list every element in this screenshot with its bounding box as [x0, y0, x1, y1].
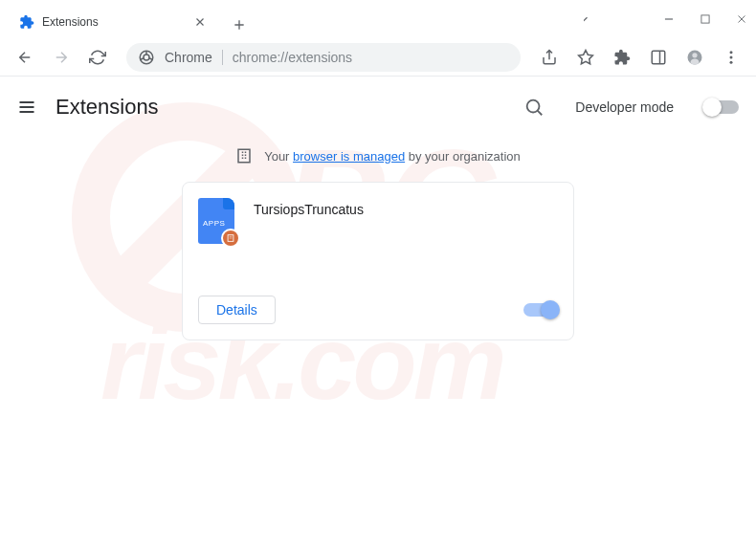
- close-icon[interactable]: [193, 15, 207, 29]
- profile-button[interactable]: [679, 42, 710, 73]
- reload-button[interactable]: [82, 42, 113, 73]
- developer-mode-label: Developer mode: [575, 99, 674, 115]
- extensions-button[interactable]: [607, 42, 637, 73]
- tab-strip: Extensions: [0, 0, 584, 38]
- svg-point-13: [527, 100, 540, 113]
- developer-mode-toggle[interactable]: [704, 100, 739, 114]
- menu-button[interactable]: [716, 42, 746, 73]
- address-bar[interactable]: Chrome chrome://extensions: [126, 43, 521, 72]
- minimize-icon[interactable]: [662, 12, 676, 26]
- address-url: chrome://extensions: [233, 50, 509, 65]
- chrome-icon: [138, 49, 155, 66]
- browser-tab[interactable]: Extensions: [8, 6, 218, 38]
- svg-point-10: [730, 51, 733, 54]
- extension-card: APPS TursiopsTruncatus Details: [182, 182, 574, 340]
- extension-name: TursiopsTruncatus: [254, 198, 364, 284]
- share-button[interactable]: [534, 42, 565, 73]
- svg-point-11: [730, 55, 733, 58]
- svg-point-12: [730, 60, 733, 63]
- managed-link[interactable]: browser is managed: [293, 149, 405, 164]
- svg-rect-7: [652, 51, 665, 64]
- svg-rect-14: [238, 149, 250, 163]
- extension-icon: [19, 14, 34, 30]
- sidepanel-button[interactable]: [643, 42, 674, 73]
- building-badge-icon: [221, 229, 240, 248]
- forward-button[interactable]: [46, 42, 77, 73]
- managed-notice: Your browser is managed by your organiza…: [235, 147, 521, 164]
- back-button[interactable]: [10, 42, 40, 73]
- page-title: Extensions: [56, 95, 504, 120]
- tab-title: Extensions: [42, 15, 186, 29]
- toolbar: Chrome chrome://extensions: [0, 38, 756, 77]
- content-area: Your browser is managed by your organiza…: [0, 128, 756, 360]
- details-button[interactable]: Details: [198, 296, 276, 324]
- address-prefix: Chrome: [165, 50, 212, 65]
- search-icon[interactable]: [523, 97, 545, 118]
- svg-rect-4: [701, 15, 709, 23]
- svg-point-9: [692, 53, 697, 57]
- organization-icon: [235, 147, 253, 164]
- bookmark-button[interactable]: [570, 42, 601, 73]
- page-header: Extensions Developer mode: [0, 86, 756, 128]
- extension-toggle[interactable]: [523, 303, 558, 317]
- svg-rect-15: [228, 235, 233, 242]
- maximize-icon[interactable]: [699, 12, 712, 26]
- close-window-icon[interactable]: [735, 12, 748, 26]
- managed-prefix: Your: [264, 149, 293, 164]
- new-tab-button[interactable]: [226, 11, 253, 38]
- extension-app-icon: APPS: [198, 198, 234, 244]
- divider: [222, 50, 223, 65]
- managed-suffix: by your organization: [405, 149, 521, 164]
- menu-icon[interactable]: [17, 98, 36, 117]
- svg-point-6: [144, 55, 149, 60]
